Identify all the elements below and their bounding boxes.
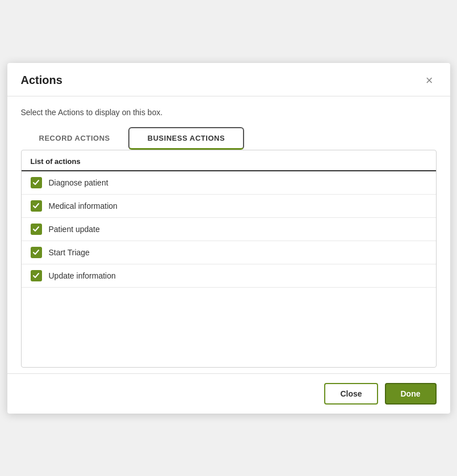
tabs-container: RECORD ACTIONS BUSINESS ACTIONS: [21, 127, 437, 150]
dialog-title: Actions: [21, 74, 62, 87]
tab-record-actions[interactable]: RECORD ACTIONS: [21, 127, 128, 150]
list-item[interactable]: Patient update: [22, 218, 436, 241]
close-icon-button[interactable]: ×: [422, 73, 437, 88]
list-header: List of actions: [22, 150, 436, 171]
tab-business-actions[interactable]: BUSINESS ACTIONS: [128, 127, 244, 150]
actions-dialog: Actions × Select the Actions to display …: [7, 63, 450, 414]
action-label-start-triage: Start Triage: [49, 248, 90, 257]
done-button[interactable]: Done: [385, 383, 437, 405]
checkbox-update-info[interactable]: [31, 270, 42, 281]
dialog-subtitle: Select the Actions to display on this bo…: [21, 108, 437, 117]
dialog-header: Actions ×: [7, 63, 450, 96]
dialog-body: Select the Actions to display on this bo…: [7, 96, 450, 373]
checkbox-start-triage[interactable]: [31, 247, 42, 258]
action-label-medical: Medical information: [49, 201, 118, 210]
list-item[interactable]: Medical information: [22, 195, 436, 218]
action-label-diagnose: Diagnose patient: [49, 178, 108, 187]
empty-area: [22, 288, 436, 367]
list-item[interactable]: Update information: [22, 264, 436, 288]
checkbox-medical[interactable]: [31, 200, 42, 212]
checkbox-patient-update[interactable]: [31, 224, 42, 235]
action-label-update-info: Update information: [49, 271, 116, 280]
dialog-footer: Close Done: [7, 373, 450, 414]
tab-content-panel: List of actions Diagnose patient Medical…: [21, 150, 437, 368]
checkbox-diagnose[interactable]: [31, 177, 42, 188]
list-item[interactable]: Start Triage: [22, 241, 436, 264]
close-button[interactable]: Close: [324, 383, 378, 405]
action-label-patient-update: Patient update: [49, 225, 100, 234]
list-item[interactable]: Diagnose patient: [22, 171, 436, 195]
